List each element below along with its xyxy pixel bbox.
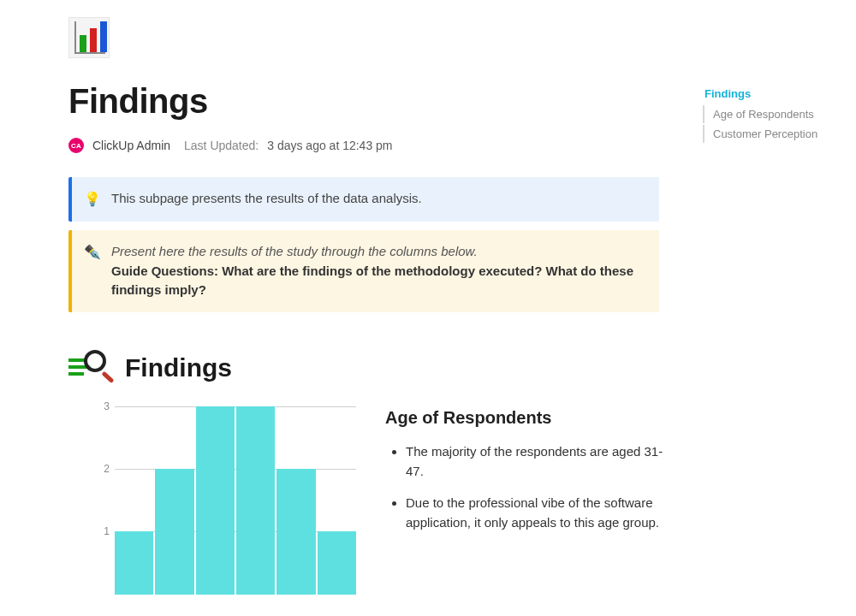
callout-info-text: This subpage presents the results of the… [111, 189, 644, 209]
list-item: Due to the professional vibe of the soft… [406, 493, 668, 533]
last-updated-label: Last Updated: [184, 139, 259, 152]
chart-y-tick: 2 [96, 463, 110, 475]
lightbulb-icon: 💡 [84, 189, 99, 210]
magnifier-lines-icon [68, 350, 116, 386]
page-icon-bar-chart-icon [68, 17, 110, 58]
document-page: Findings CA ClickUp Admin Last Updated: … [0, 0, 668, 595]
subsection-heading: Age of Respondents [385, 408, 668, 428]
section-heading: Findings [68, 350, 668, 386]
chart-y-tick: 3 [96, 400, 110, 412]
text-column: Age of Respondents The majority of the r… [385, 406, 668, 545]
callout-info: 💡 This subpage presents the results of t… [68, 177, 659, 222]
list-item: The majority of the respondents are aged… [406, 441, 668, 482]
chart-bar [318, 531, 356, 594]
page-title: Findings [68, 82, 668, 121]
byline: CA ClickUp Admin Last Updated: 3 days ag… [68, 138, 668, 153]
toc-title[interactable]: Findings [701, 84, 842, 105]
toc-item-age[interactable]: Age of Respondents [703, 105, 842, 123]
callout-guide-questions: Guide Questions: What are the findings o… [111, 264, 633, 298]
chart-bars [115, 406, 356, 595]
last-updated-value: 3 days ago at 12:43 pm [267, 139, 392, 152]
author-avatar[interactable]: CA [68, 138, 84, 153]
findings-list: The majority of the respondents are aged… [385, 441, 668, 533]
author-name[interactable]: ClickUp Admin [92, 139, 170, 152]
chart-column: 123 [68, 406, 351, 595]
findings-columns: 123 Age of Respondents The majority of t… [68, 406, 668, 595]
chart-bar [196, 406, 235, 595]
chart-plot-area: 123 [115, 406, 356, 595]
pen-icon: ✒️ [84, 242, 99, 263]
chart-bar [236, 406, 275, 595]
chart-y-tick: 1 [96, 525, 110, 537]
table-of-contents: Findings Age of Respondents Customer Per… [701, 84, 842, 143]
chart-bar [155, 469, 193, 595]
callout-guide-content: Present here the results of the study th… [111, 242, 644, 300]
callout-guide: ✒️ Present here the results of the study… [68, 230, 659, 312]
callout-guide-intro: Present here the results of the study th… [111, 244, 478, 258]
chart-bar [115, 531, 153, 594]
toc-item-perception[interactable]: Customer Perception [703, 125, 842, 143]
chart-bar [276, 469, 315, 595]
age-chart: 123 [77, 406, 360, 595]
section-heading-text: Findings [125, 353, 232, 382]
